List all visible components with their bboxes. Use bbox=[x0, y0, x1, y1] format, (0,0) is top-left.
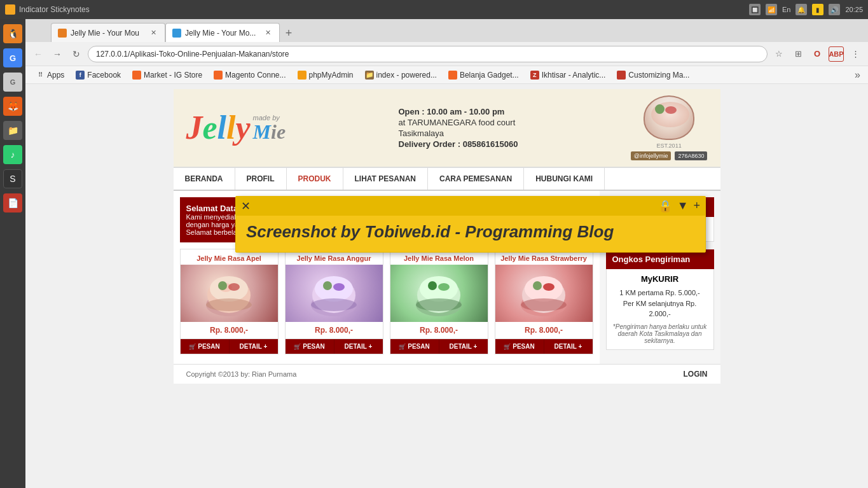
tab-1-close[interactable]: ✕ bbox=[148, 28, 158, 38]
sidebar-icon-app[interactable]: S bbox=[3, 169, 22, 188]
btn-detail-melon[interactable]: DETAIL + bbox=[439, 339, 488, 354]
bookmark-apps-label: Apps bbox=[47, 71, 64, 80]
menu-button[interactable]: ⋮ bbox=[848, 46, 863, 62]
tab-1-favicon bbox=[58, 29, 67, 38]
product-price-apel: Rp. 8.000,- bbox=[181, 322, 278, 338]
bookmark-ikhtisar-label: Ikhtisar - Analytic... bbox=[542, 71, 606, 80]
bookmark-market-label: Market - IG Store bbox=[144, 71, 202, 80]
bookmark-phpmyadmin[interactable]: phpMyAdmin bbox=[293, 69, 359, 81]
product-card-melon: Jelly Mie Rasa Melon bbox=[390, 249, 488, 354]
site-footer: Copyright ©2013 by: Rian Purnama LOGIN bbox=[174, 364, 720, 384]
address-input[interactable] bbox=[88, 46, 768, 62]
tab-1[interactable]: Jelly Mie - Your Mou ✕ bbox=[51, 23, 165, 42]
shipping-name: MyKURIR bbox=[612, 274, 708, 284]
bookmark-customizing-label: Customizing Ma... bbox=[628, 71, 689, 80]
sidebar-icon-firefox[interactable]: 🦊 bbox=[3, 97, 22, 116]
nav-profil[interactable]: PROFIL bbox=[235, 168, 287, 190]
product-image-strawberry bbox=[495, 265, 593, 322]
sticky-add-button[interactable]: + bbox=[693, 199, 700, 213]
shipping-note: *Pengiriman hanya berlaku untuk daerah K… bbox=[612, 323, 708, 344]
nav-produk[interactable]: PRODUK bbox=[287, 168, 343, 190]
product-image-melon bbox=[390, 265, 488, 322]
nav-lihat-pesanan[interactable]: LIHAT PESANAN bbox=[343, 168, 428, 190]
sidebar-icon-wg[interactable]: G bbox=[3, 73, 22, 92]
customizing-icon bbox=[617, 71, 626, 80]
svg-point-22 bbox=[533, 281, 542, 290]
bookmark-index-label: index - powered... bbox=[376, 71, 437, 80]
nav-cara-pemesanan[interactable]: CARA PEMESANAN bbox=[428, 168, 524, 190]
bookmarks-bar: ⠿ Apps f Facebook Market - IG Store Mage… bbox=[25, 66, 868, 84]
logo-l: l bbox=[217, 109, 226, 146]
site-header: Jelly made by Mie Open : 10.00 am - 10.0… bbox=[174, 89, 720, 168]
new-tab-button[interactable]: + bbox=[280, 24, 298, 42]
bookmark-index[interactable]: 📁 index - powered... bbox=[360, 69, 442, 81]
sidebar-icon-files[interactable]: 📁 bbox=[3, 121, 22, 140]
logo-mie: Mie bbox=[253, 122, 286, 142]
product-actions-melon: 🛒 PESAN DETAIL + bbox=[390, 338, 488, 354]
btn-detail-anggur[interactable]: DETAIL + bbox=[334, 339, 383, 354]
tray-icon-battery: ▮ bbox=[812, 4, 823, 15]
tray-en: En bbox=[782, 6, 790, 13]
product-actions-anggur: 🛒 PESAN DETAIL + bbox=[286, 338, 383, 354]
bookmark-star[interactable]: ☆ bbox=[771, 46, 787, 62]
nav-hubungi-kami[interactable]: HUBUNGI KAMI bbox=[524, 168, 605, 190]
bookmarks-more[interactable]: » bbox=[852, 69, 863, 81]
sticky-close-button[interactable]: ✕ bbox=[241, 199, 251, 213]
sidebar-icon-red[interactable]: 📄 bbox=[3, 193, 22, 213]
tab-1-title: Jelly Mie - Your Mou bbox=[71, 29, 144, 38]
site-delivery: Delivery Order : 085861615060 bbox=[399, 139, 518, 149]
tab-2-favicon bbox=[172, 29, 181, 38]
magento-conn-icon bbox=[214, 71, 223, 80]
bookmark-customizing[interactable]: Customizing Ma... bbox=[612, 69, 694, 81]
ongkos-section: Ongkos Pengiriman MyKURIR 1 KM pertama R… bbox=[606, 249, 714, 350]
products-grid: Jelly Mie Rasa Apel bbox=[180, 249, 593, 354]
btn-pesan-melon[interactable]: 🛒 PESAN bbox=[390, 339, 439, 354]
back-button[interactable]: ← bbox=[31, 46, 46, 62]
opera-icon[interactable]: O bbox=[809, 46, 825, 62]
product-actions-strawberry: 🛒 PESAN DETAIL + bbox=[495, 338, 593, 354]
sticky-down-button[interactable]: ▼ bbox=[677, 199, 689, 213]
reload-button[interactable]: ↻ bbox=[69, 46, 84, 62]
titlebar-title: Indicator Stickynotes bbox=[19, 5, 90, 14]
bookmark-belanja[interactable]: Belanja Gadget... bbox=[443, 69, 524, 81]
bookmark-ikhtisar[interactable]: Z Ikhtisar - Analytic... bbox=[525, 69, 611, 81]
btn-pesan-anggur[interactable]: 🛒 PESAN bbox=[286, 339, 334, 354]
logo-j: J bbox=[186, 109, 203, 146]
nav-beranda[interactable]: BERANDA bbox=[174, 168, 235, 190]
tray-icon-signal: 📶 bbox=[766, 4, 777, 15]
sticky-lock-button[interactable]: 🔒 bbox=[658, 199, 672, 213]
sidebar-icon-ubuntu[interactable]: 🐧 bbox=[3, 24, 22, 43]
site-est: EST.2011 bbox=[657, 143, 682, 149]
tray-clock: 20:25 bbox=[845, 6, 863, 13]
site-city: Tasikmalaya bbox=[399, 129, 518, 138]
titlebar-icon bbox=[5, 4, 15, 15]
sidebar-icon-spotify[interactable]: ♪ bbox=[3, 145, 22, 164]
product-card-strawberry: Jelly Mie Rasa Strawberry bbox=[495, 249, 593, 354]
svg-point-11 bbox=[333, 283, 345, 291]
tab-2-close[interactable]: ✕ bbox=[263, 28, 273, 38]
btn-pesan-apel[interactable]: 🛒 PESAN bbox=[181, 339, 229, 354]
tab-2[interactable]: Jelly Mie - Your Mo... ✕ bbox=[165, 23, 280, 42]
bookmark-apps[interactable]: ⠿ Apps bbox=[31, 69, 69, 81]
sticky-text: Screenshot by Tobiweb.id - Programming B… bbox=[246, 222, 614, 241]
forward-button[interactable]: → bbox=[50, 46, 65, 62]
bookmark-market[interactable]: Market - IG Store bbox=[127, 69, 207, 81]
product-card-anggur: Jelly Mie Rasa Anggur bbox=[285, 249, 383, 354]
bookmark-facebook[interactable]: f Facebook bbox=[71, 69, 126, 81]
btn-detail-apel[interactable]: DETAIL + bbox=[229, 339, 278, 354]
facebook-icon: f bbox=[76, 71, 85, 80]
bookmark-magento-conn[interactable]: Magento Conne... bbox=[209, 69, 291, 81]
browser-sidebar: 🐧 G G 🦊 📁 ♪ S 📄 bbox=[0, 19, 25, 488]
btn-detail-strawberry[interactable]: DETAIL + bbox=[544, 339, 593, 354]
tab-bar: Jelly Mie - Your Mou ✕ Jelly Mie - Your … bbox=[25, 19, 868, 42]
shipping-rate1: 1 KM pertama Rp. 5.000,- bbox=[612, 288, 708, 298]
btn-pesan-strawberry[interactable]: 🛒 PESAN bbox=[495, 339, 544, 354]
adblock-icon[interactable]: ABP bbox=[829, 46, 844, 62]
bbm-label: 276A8630 bbox=[675, 151, 707, 160]
ongkos-content: MyKURIR 1 KM pertama Rp. 5.000,- Per KM … bbox=[606, 269, 714, 350]
tray-icon-bell: 🔔 bbox=[796, 4, 807, 15]
sidebar-icon-g[interactable]: G bbox=[3, 48, 22, 67]
product-card-apel: Jelly Mie Rasa Apel bbox=[180, 249, 279, 354]
footer-login[interactable]: LOGIN bbox=[684, 370, 708, 379]
reader-icon[interactable]: ⊞ bbox=[790, 46, 806, 62]
